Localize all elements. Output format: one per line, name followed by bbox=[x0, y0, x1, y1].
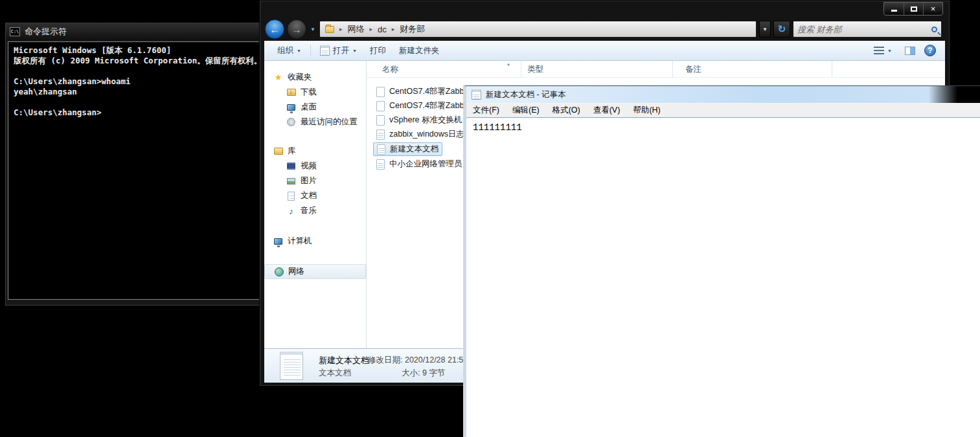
command-toolbar: 组织 ▼ 打开 ▼ 打印 新建文件夹 ▼ ? bbox=[264, 41, 945, 61]
recent-pages-dropdown[interactable]: ▼ bbox=[309, 27, 317, 32]
sidebar-item-pictures[interactable]: 图片 bbox=[264, 174, 366, 188]
cmd-window-title: 命令提示符 bbox=[25, 26, 67, 38]
sidebar-label: 音乐 bbox=[301, 205, 317, 216]
new-folder-button[interactable]: 新建文件夹 bbox=[395, 43, 444, 58]
column-separator[interactable] bbox=[832, 61, 832, 78]
text-file-icon bbox=[376, 159, 385, 170]
column-header-type[interactable]: 类型 bbox=[527, 64, 543, 75]
menu-help[interactable]: 帮助(H) bbox=[633, 105, 660, 116]
menu-format[interactable]: 格式(O) bbox=[553, 105, 580, 116]
sidebar-label: 文档 bbox=[301, 190, 317, 201]
notepad-text-area[interactable]: 111111111 bbox=[466, 118, 980, 437]
sort-ascending-icon: ▲ bbox=[507, 62, 510, 66]
desktop-icon bbox=[287, 104, 295, 111]
file-name: zabbix_windows日志 bbox=[389, 129, 464, 140]
chevron-down-icon: ▼ bbox=[887, 49, 892, 53]
address-history-dropdown[interactable]: ▼ bbox=[759, 21, 771, 38]
column-separator[interactable] bbox=[672, 61, 673, 78]
file-row[interactable]: zabbix_windows日志 bbox=[373, 128, 468, 140]
column-separator[interactable] bbox=[521, 61, 521, 78]
computer-icon bbox=[274, 238, 282, 245]
search-input[interactable] bbox=[797, 25, 931, 34]
help-icon: ? bbox=[928, 46, 932, 55]
minimize-button[interactable] bbox=[884, 3, 904, 15]
file-row[interactable]: CentOS7.4部署Zabb bbox=[373, 100, 467, 112]
details-file-size: 大小: 9 字节 bbox=[402, 368, 445, 379]
notepad-icon bbox=[472, 89, 481, 100]
folder-icon bbox=[325, 26, 334, 33]
breadcrumb-arrow-icon: ▸ bbox=[369, 26, 372, 32]
file-name: vSphere 标准交换机 bbox=[389, 115, 462, 126]
maximize-button[interactable] bbox=[904, 3, 923, 15]
breadcrumb-dc[interactable]: dc bbox=[378, 25, 387, 34]
breadcrumb-arrow-icon: ▸ bbox=[392, 26, 395, 32]
open-button[interactable]: 打开 ▼ bbox=[316, 43, 361, 58]
menu-file[interactable]: 文件(F) bbox=[473, 105, 499, 116]
file-row[interactable]: CentOS7.4部署Zabb bbox=[373, 85, 467, 98]
notepad-file-icon bbox=[320, 45, 330, 56]
help-button[interactable]: ? bbox=[924, 45, 936, 56]
sidebar-item-documents[interactable]: 文档 bbox=[264, 188, 366, 203]
menu-view[interactable]: 查看(V) bbox=[593, 105, 621, 116]
file-name: 中小企业网络管理员 bbox=[389, 159, 462, 170]
notepad-menubar: 文件(F) 编辑(E) 格式(O) 查看(V) 帮助(H) bbox=[466, 104, 980, 118]
recent-places-icon bbox=[287, 118, 295, 126]
details-file-name: 新建文本文档 bbox=[319, 355, 369, 366]
notepad-text: 111111111 bbox=[473, 122, 522, 133]
library-icon bbox=[274, 148, 283, 155]
organize-button[interactable]: 组织 ▼ bbox=[273, 43, 305, 58]
videos-icon bbox=[287, 162, 295, 170]
text-file-icon bbox=[377, 144, 385, 155]
maximize-icon bbox=[911, 6, 917, 12]
back-icon: ← bbox=[270, 24, 280, 35]
sidebar-label: 网络 bbox=[288, 266, 304, 277]
sidebar-item-favorites[interactable]: ★ 收藏夹 bbox=[264, 70, 366, 85]
search-box[interactable] bbox=[793, 21, 942, 38]
sidebar-item-videos[interactable]: 视频 bbox=[264, 159, 366, 174]
breadcrumb-network[interactable]: 网络 bbox=[347, 23, 364, 35]
network-icon bbox=[275, 267, 284, 276]
pictures-icon bbox=[287, 178, 295, 185]
sidebar-item-computer[interactable]: 计算机 bbox=[264, 234, 366, 249]
chevron-down-icon: ▼ bbox=[762, 27, 768, 32]
sidebar-item-music[interactable]: ♪ 音乐 bbox=[264, 203, 366, 218]
sidebar-item-downloads[interactable]: ↓ 下载 bbox=[264, 85, 366, 100]
notepad-window-title: 新建文本文档 - 记事本 bbox=[486, 89, 566, 100]
column-header-comment[interactable]: 备注 bbox=[685, 64, 701, 75]
views-icon bbox=[874, 47, 884, 54]
sidebar-item-desktop[interactable]: 桌面 bbox=[264, 100, 366, 115]
sidebar-item-recent-places[interactable]: 最近访问的位置 bbox=[264, 115, 366, 129]
star-icon: ★ bbox=[273, 73, 283, 82]
file-row-selected[interactable]: 新建文本文档 bbox=[373, 142, 442, 156]
titlebar-fade bbox=[929, 86, 980, 103]
refresh-icon: ↻ bbox=[778, 23, 786, 35]
menu-edit[interactable]: 编辑(E) bbox=[512, 105, 540, 116]
chevron-down-icon: ▼ bbox=[352, 49, 357, 53]
file-row[interactable]: 中小企业网络管理员 bbox=[373, 158, 466, 170]
file-icon bbox=[376, 101, 385, 111]
column-header-name[interactable]: 名称 bbox=[382, 64, 398, 75]
sidebar-item-libraries[interactable]: 库 bbox=[264, 144, 366, 159]
refresh-button[interactable]: ↻ bbox=[773, 21, 790, 38]
file-row[interactable]: vSphere 标准交换机 bbox=[373, 114, 466, 126]
navigation-pane: ★ 收藏夹 ↓ 下载 桌面 最近访问的位置 库 视频 bbox=[264, 61, 367, 348]
file-name: CentOS7.4部署Zabb bbox=[389, 86, 464, 97]
caption-buttons: × bbox=[883, 2, 943, 16]
close-icon: × bbox=[931, 4, 936, 14]
breadcrumb-caiwubu[interactable]: 财务部 bbox=[400, 23, 425, 35]
sidebar-label: 计算机 bbox=[288, 236, 312, 247]
close-button[interactable]: × bbox=[923, 3, 942, 15]
change-view-button[interactable]: ▼ bbox=[870, 45, 896, 56]
notepad-titlebar[interactable]: 新建文本文档 - 记事本 bbox=[466, 86, 980, 104]
preview-pane-button[interactable] bbox=[905, 47, 915, 55]
sidebar-item-network[interactable]: 网络 bbox=[264, 264, 366, 279]
music-icon: ♪ bbox=[286, 206, 296, 216]
print-button[interactable]: 打印 bbox=[366, 43, 390, 58]
back-button[interactable]: ← bbox=[265, 19, 284, 39]
address-bar[interactable]: ▸ 网络 ▸ dc ▸ 财务部 bbox=[319, 21, 757, 38]
explorer-titlebar[interactable]: × bbox=[260, 1, 950, 17]
navigation-bar: ← → ▼ ▸ 网络 ▸ dc ▸ 财务部 ▼ ↻ bbox=[260, 17, 950, 41]
cmd-icon: C:\ bbox=[10, 27, 20, 36]
new-folder-label: 新建文件夹 bbox=[399, 45, 440, 56]
forward-button[interactable]: → bbox=[287, 19, 306, 39]
